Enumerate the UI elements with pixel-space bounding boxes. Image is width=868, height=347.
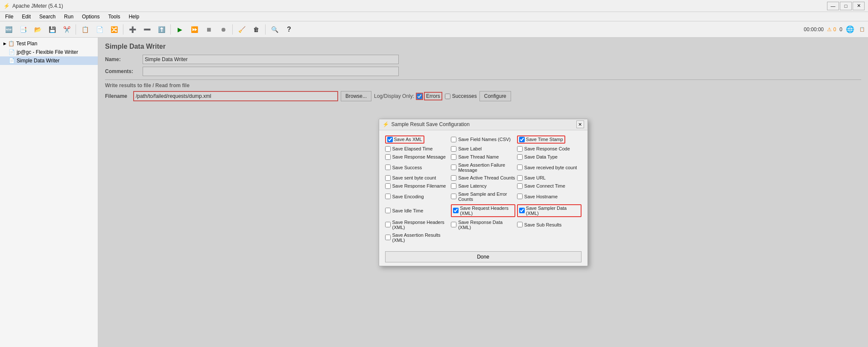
dialog-checkbox-save-response-headers-(xml)[interactable] — [385, 222, 391, 227]
dialog-checkboxes-grid: Save As XMLSave Field Names (CSV)Save Ti… — [385, 135, 582, 244]
dialog-checkbox-save-assertion-results-(xml)[interactable] — [385, 235, 391, 240]
up-button[interactable]: ⬆️ — [155, 23, 168, 36]
close-button[interactable]: ✕ — [853, 2, 865, 10]
menu-edit[interactable]: Edit — [18, 13, 34, 21]
dialog-checkbox-label: Save Latency — [458, 183, 487, 188]
clear-button[interactable]: 🧹 — [235, 23, 248, 36]
dialog-checkbox-save-hostname[interactable] — [517, 194, 523, 199]
done-button[interactable]: Done — [385, 251, 582, 262]
sidebar-item-flexible-writer[interactable]: 📄 jp@gc - Flexible File Writer — [0, 48, 98, 56]
sidebar: ▶ 📋 Test Plan 📄 jp@gc - Flexible File Wr… — [0, 38, 98, 347]
dialog-checkbox-label: Save Request Headers (XML) — [460, 206, 513, 216]
globe-icon: 🌐 — [846, 25, 854, 33]
dialog-checkbox-label: Save Connect Time — [524, 183, 565, 188]
revert-button[interactable]: ✂️ — [60, 23, 73, 36]
dialog-checkbox-save-url[interactable] — [517, 175, 523, 181]
dialog-checkbox-save-sampler-data-(xml)[interactable] — [519, 208, 525, 213]
dialog-checkbox-save-idle-time[interactable] — [385, 208, 391, 213]
stop-button[interactable]: ⏹ — [202, 23, 216, 36]
dialog: ⚡ Sample Result Save Configuration ✕ Sav… — [379, 119, 588, 266]
open-button[interactable]: 📂 — [31, 23, 44, 36]
highlighted-checkbox-wrapper: Save Time Stamp — [517, 135, 565, 144]
dialog-checkbox-row: Save Request Headers (XML) — [451, 203, 515, 218]
dialog-checkbox-label: Save Assertion Results (XML) — [392, 232, 450, 243]
dialog-checkbox-save-assertion-failure-message[interactable] — [451, 165, 456, 170]
menu-options[interactable]: Options — [79, 13, 103, 21]
highlighted-checkbox-wrapper: Save As XML — [385, 135, 424, 144]
dialog-checkbox-label: Save Sample and Error Counts — [458, 191, 515, 202]
expand-button[interactable]: 🔀 — [107, 23, 121, 36]
separator-4 — [232, 24, 233, 35]
dialog-checkbox-save-sent-byte-count[interactable] — [385, 175, 391, 181]
dialog-checkbox-label: Save Label — [458, 146, 482, 151]
minimize-button[interactable]: — — [827, 2, 839, 10]
dialog-checkbox-label: Save Data Type — [524, 154, 558, 159]
app-title: ⚡ Apache JMeter (5.4.1) — [3, 3, 63, 9]
start-no-pause-button[interactable]: ⏩ — [187, 23, 201, 36]
new-button[interactable]: 🆕 — [2, 23, 15, 36]
add-button[interactable]: ➕ — [126, 23, 139, 36]
sidebar-item-testplan[interactable]: ▶ 📋 Test Plan — [0, 39, 98, 48]
dialog-checkbox-save-sample-and-error-counts[interactable] — [451, 194, 456, 199]
search-icon-button[interactable]: 🔍 — [268, 23, 281, 36]
copy-button[interactable]: 📋 — [78, 23, 92, 36]
shutdown-button[interactable]: ⏺ — [216, 23, 230, 36]
dialog-checkbox-save-latency[interactable] — [451, 183, 456, 189]
log-viewer-button[interactable]: 📋 — [858, 25, 866, 34]
dialog-checkbox-label: Save Response Headers (XML) — [392, 220, 450, 230]
dialog-checkbox-row: Save sent byte count — [385, 174, 450, 182]
dialog-checkbox-label: Save Sampler Data (XML) — [526, 206, 579, 216]
dialog-checkbox-row: Save Label — [451, 145, 515, 153]
sidebar-item-flexible-writer-label: jp@gc - Flexible File Writer — [17, 49, 78, 55]
start-button[interactable]: ▶ — [173, 23, 187, 36]
dialog-checkbox-row: Save Active Thread Counts — [451, 174, 515, 182]
dialog-checkbox-save-active-thread-counts[interactable] — [451, 175, 456, 181]
modal-overlay: ⚡ Sample Result Save Configuration ✕ Sav… — [98, 38, 868, 347]
menu-file[interactable]: File — [2, 13, 17, 21]
menu-tools[interactable]: Tools — [105, 13, 123, 21]
dialog-checkbox-save-response-code[interactable] — [517, 146, 523, 152]
dialog-checkbox-save-elapsed-time[interactable] — [385, 146, 391, 152]
sidebar-item-simple-writer[interactable]: 📄 Simple Data Writer — [0, 56, 98, 65]
dialog-checkbox-save-response-message[interactable] — [385, 154, 391, 160]
dialog-checkbox-save-time-stamp[interactable] — [519, 137, 525, 142]
dialog-checkbox-label: Save Active Thread Counts — [458, 175, 515, 180]
dialog-checkbox-save-sub-results[interactable] — [517, 222, 523, 227]
dialog-checkbox-save-response-data-(xml)[interactable] — [451, 222, 456, 227]
dialog-title-icon: ⚡ — [383, 121, 389, 127]
elapsed-time: 00:00:00 — [804, 26, 824, 32]
dialog-checkbox-save-connect-time[interactable] — [517, 183, 523, 189]
dialog-checkbox-save-response-filename[interactable] — [385, 183, 391, 189]
dialog-checkbox-save-label[interactable] — [451, 146, 456, 152]
dialog-checkbox-save-request-headers-(xml)[interactable] — [453, 208, 459, 213]
clear-all-button[interactable]: 🗑 — [249, 23, 263, 36]
dialog-checkbox-save-encoding[interactable] — [385, 194, 391, 199]
menu-help[interactable]: Help — [125, 13, 143, 21]
dialog-close-button[interactable]: ✕ — [576, 121, 584, 128]
dialog-checkbox-save-thread-name[interactable] — [451, 154, 456, 160]
dialog-checkbox-save-success[interactable] — [385, 165, 391, 170]
dialog-checkbox-label: Save Assertion Failure Message — [458, 162, 515, 173]
dialog-checkbox-save-as-xml[interactable] — [387, 137, 393, 142]
dialog-checkbox-save-data-type[interactable] — [517, 154, 523, 160]
paste-button[interactable]: 📄 — [93, 23, 106, 36]
remove-button[interactable]: ➖ — [140, 23, 154, 36]
dialog-checkbox-save-field-names-(csv)[interactable] — [451, 137, 456, 142]
help-icon-button[interactable]: ? — [282, 23, 296, 36]
dialog-footer: Done — [379, 248, 587, 266]
dialog-checkbox-save-received-byte-count[interactable] — [517, 165, 523, 170]
restore-button[interactable]: □ — [840, 2, 852, 10]
menu-run[interactable]: Run — [61, 13, 77, 21]
dialog-checkbox-row: Save Encoding — [385, 191, 450, 203]
menu-search[interactable]: Search — [36, 13, 59, 21]
testplan-icon: 📋 — [8, 41, 15, 47]
dialog-checkbox-row: Save Hostname — [517, 191, 582, 203]
dialog-checkbox-row: Save Connect Time — [517, 182, 582, 190]
dialog-checkbox-row: Save Response Data (XML) — [451, 219, 515, 231]
save-button[interactable]: 💾 — [45, 23, 59, 36]
flexible-writer-icon: 📄 — [9, 49, 15, 55]
dialog-checkbox-label: Save Time Stamp — [526, 137, 563, 142]
open-templates-button[interactable]: 📑 — [16, 23, 30, 36]
separator-2 — [123, 24, 123, 35]
dialog-checkbox-row: Save As XML — [385, 135, 450, 144]
